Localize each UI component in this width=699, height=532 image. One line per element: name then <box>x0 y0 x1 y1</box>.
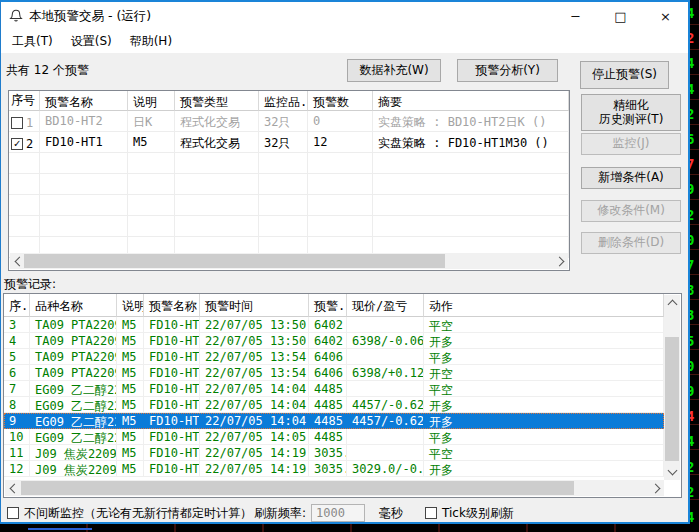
empty-cell <box>9 174 40 195</box>
column-header-alert-time[interactable]: 预警时间 <box>200 294 309 317</box>
column-header-instrument[interactable]: 品种名称 <box>30 294 117 317</box>
cell-price-pnl <box>347 317 424 333</box>
minimize-button[interactable]: ─ <box>553 2 598 30</box>
cell-count: 0 <box>308 111 373 132</box>
empty-cell <box>175 153 259 174</box>
empty-row <box>9 216 569 237</box>
cell-rec-seq: 4 <box>4 333 30 349</box>
column-header-rec-alert-name[interactable]: 预警名称 <box>144 294 200 317</box>
menu-help[interactable]: 帮助(H) <box>121 30 181 53</box>
maximize-button[interactable]: □ <box>598 2 643 30</box>
seq-value: 1 <box>26 116 33 130</box>
cell-desc: M5 <box>128 132 175 153</box>
window-title: 本地预警交易 - (运行) <box>29 8 151 25</box>
column-header-price-pnl[interactable]: 现价/盈亏 <box>347 294 424 317</box>
scroll-right-icon[interactable] <box>552 253 568 269</box>
footer: 不间断监控（无论有无新行情都定时计算） 刷新频率: 毫秒 Tick级别刷新 <box>7 503 514 523</box>
empty-cell <box>40 174 128 195</box>
stop-alert-button[interactable]: 停止预警(S) <box>580 61 669 89</box>
record-row[interactable]: 12J09 焦炭2209M5FD10-HT122/07/05 14:193035… <box>4 461 664 477</box>
column-header-summary[interactable]: 摘要 <box>373 91 569 111</box>
cell-instrument: TA09 PTA2209 <box>30 317 117 333</box>
menu-settings[interactable]: 设置(S) <box>62 30 121 53</box>
record-row[interactable]: 7EG09 乙二醇2209M5FD10-HT122/07/05 14:04448… <box>4 381 664 397</box>
cell-instrument: TA09 PTA2209 <box>30 349 117 365</box>
cell-alert-name: FD10-HT1 <box>144 349 200 365</box>
column-header-alert-name[interactable]: 预警名称 <box>40 91 128 111</box>
record-row[interactable]: 3TA09 PTA2209M5FD10-HT122/07/05 13:50640… <box>4 317 664 333</box>
close-icon: × <box>660 9 671 24</box>
cell-action: 平空 <box>424 317 664 333</box>
fine-history-eval-button[interactable]: 精细化历史测评(T) <box>581 94 681 131</box>
modify-condition-button[interactable]: 修改条件(M) <box>581 200 681 222</box>
record-row[interactable]: 6TA09 PTA2209M5FD10-HT122/07/05 13:54640… <box>4 365 664 381</box>
quote-digit: 6 <box>690 132 699 146</box>
column-header-alert-type[interactable]: 预警类型 <box>175 91 259 111</box>
cell-alert-price: 3035.0 <box>309 461 347 477</box>
scroll-left-icon[interactable] <box>5 480 21 496</box>
records-vscrollbar[interactable] <box>664 295 680 480</box>
record-row[interactable]: 4TA09 PTA2209M5FD10-HT122/07/05 13:50640… <box>4 333 664 349</box>
scroll-right-icon[interactable] <box>648 480 664 496</box>
empty-cell <box>308 195 373 216</box>
row-checkbox[interactable]: ✓ <box>11 138 23 150</box>
row-checkbox[interactable] <box>11 117 23 129</box>
table-row[interactable]: ✓2FD10-HT1M5程式化交易32只12实盘策略 : FD10-HT1M30… <box>9 132 569 153</box>
conditions-table-header: 序号 预警名称 说明 预警类型 监控品... 预警数 摘要 <box>9 91 569 111</box>
conditions-hscroll-thumb[interactable] <box>24 254 445 268</box>
record-row[interactable]: 9EG09 乙二醇2209M5FD10-HT122/07/05 14:04448… <box>4 413 664 429</box>
empty-cell <box>259 216 308 237</box>
cell-desc: M5 <box>117 349 144 365</box>
cell-action: 开多 <box>424 413 664 429</box>
table-row[interactable]: 1BD10-HT2日K程式化交易32只0实盘策略 : BD10-HT2日K () <box>9 111 569 132</box>
empty-row <box>9 195 569 216</box>
scroll-up-icon[interactable] <box>664 295 680 311</box>
close-button[interactable]: × <box>643 2 688 30</box>
record-row[interactable]: 10EG09 乙二醇2209M5FD10-HT122/07/05 14:0544… <box>4 429 664 445</box>
cell-rec-seq: 12 <box>4 461 30 477</box>
tick-refresh-checkbox[interactable] <box>425 507 437 519</box>
column-header-rec-desc[interactable]: 说明 <box>117 294 144 317</box>
records-hscrollbar[interactable] <box>5 480 664 496</box>
conditions-hscrollbar[interactable] <box>10 253 568 269</box>
column-header-desc[interactable]: 说明 <box>128 91 175 111</box>
empty-cell <box>128 153 175 174</box>
refresh-frequency-input[interactable] <box>311 504 365 522</box>
column-header-action[interactable]: 动作 <box>424 294 664 317</box>
cell-price-pnl: 4457/-0.62% <box>347 413 424 429</box>
cell-instrument: EG09 乙二醇2209 <box>30 397 117 413</box>
cell-rec-seq: 3 <box>4 317 30 333</box>
data-fill-button[interactable]: 数据补充(W) <box>347 59 441 82</box>
records-vscroll-thumb[interactable] <box>665 337 679 461</box>
empty-cell <box>259 153 308 174</box>
column-header-rec-seq[interactable]: 序... <box>4 294 30 317</box>
column-header-alert-count[interactable]: 预警数 <box>308 91 373 111</box>
cell-price-pnl <box>347 349 424 365</box>
cell-alert-price: 6402 <box>309 333 347 349</box>
empty-cell <box>373 174 569 195</box>
cell-count: 12 <box>308 132 373 153</box>
delete-condition-button[interactable]: 删除条件(D) <box>581 232 681 254</box>
alert-count-label: 共有 12 个预警 <box>6 62 89 79</box>
alert-analysis-button[interactable]: 预警分析(Y) <box>457 59 558 82</box>
quote-digit: 4 <box>690 82 699 96</box>
cell-alert-time: 22/07/05 14:19 <box>200 461 309 477</box>
cell-desc: M5 <box>117 413 144 429</box>
add-condition-button[interactable]: 新增条件(A) <box>581 167 681 189</box>
column-header-monitored[interactable]: 监控品... <box>259 91 308 111</box>
monitor-button[interactable]: 监控(J) <box>581 133 681 155</box>
scroll-down-icon[interactable] <box>664 464 680 480</box>
cell-summary: 实盘策略 : FD10-HT1M30 () <box>373 132 569 153</box>
empty-cell <box>175 195 259 216</box>
quote-digit: 0 <box>690 359 699 373</box>
column-header-seq[interactable]: 序号 <box>9 91 40 111</box>
continuous-monitor-checkbox[interactable] <box>7 507 19 519</box>
records-hscroll-thumb[interactable] <box>21 481 574 495</box>
record-row[interactable]: 8EG09 乙二醇2209M5FD10-HT122/07/05 14:04448… <box>4 397 664 413</box>
record-row[interactable]: 5TA09 PTA2209M5FD10-HT122/07/05 13:54640… <box>4 349 664 365</box>
menu-tools[interactable]: 工具(T) <box>3 30 62 53</box>
column-header-alert-price[interactable]: 预警... <box>309 294 347 317</box>
cell-action: 平空 <box>424 445 664 461</box>
cell-instrument: J09 焦炭2209 <box>30 461 117 477</box>
record-row[interactable]: 11J09 焦炭2209M5FD10-HT122/07/05 14:193035… <box>4 445 664 461</box>
